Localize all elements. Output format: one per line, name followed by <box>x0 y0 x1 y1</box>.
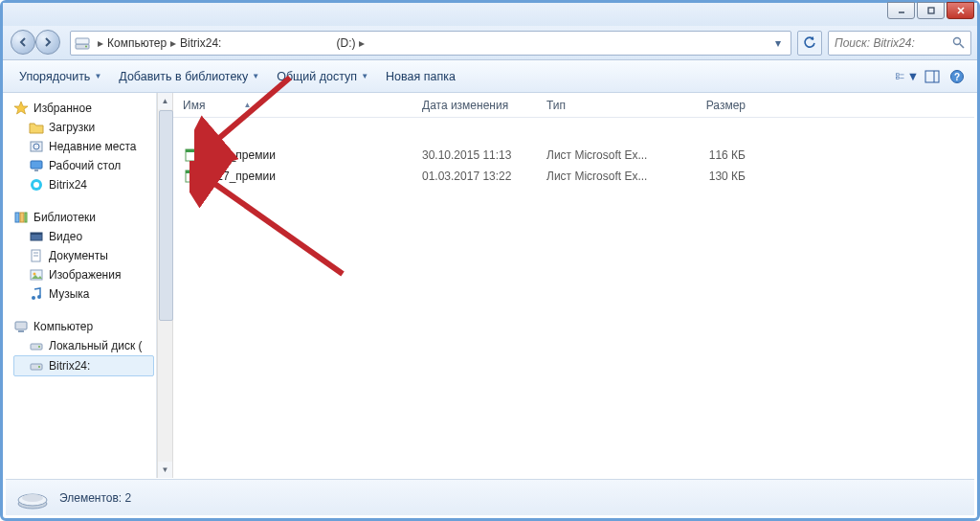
favorites-header[interactable]: Избранное <box>13 99 154 118</box>
chevron-right-icon: ▸ <box>359 36 365 50</box>
include-library-button[interactable]: Добавить в библиотеку ▼ <box>110 65 268 88</box>
breadcrumb-segment[interactable]: (D:) <box>336 36 355 50</box>
computer-icon <box>13 319 29 334</box>
svg-point-33 <box>32 296 35 300</box>
sidebar-item-documents[interactable]: Документы <box>13 246 154 265</box>
file-date: 30.10.2015 11:13 <box>422 148 546 162</box>
drive-icon <box>75 35 90 51</box>
view-options-button[interactable]: ▼ <box>895 65 920 88</box>
nav-scrollbar[interactable]: ▲ ▼ <box>157 93 173 478</box>
sidebar-item-video[interactable]: Видео <box>13 227 154 246</box>
svg-rect-27 <box>31 233 42 235</box>
documents-icon <box>29 248 44 263</box>
column-type[interactable]: Тип <box>546 99 680 112</box>
sidebar-item-downloads[interactable]: Загрузки <box>13 118 154 137</box>
sidebar-item-desktop[interactable]: Рабочий стол <box>13 156 154 175</box>
svg-rect-5 <box>76 38 89 44</box>
breadcrumb-segment[interactable]: Компьютер <box>107 36 167 50</box>
sidebar-item-label: Bitrix24 <box>49 178 87 192</box>
sidebar-item-recent[interactable]: Недавние места <box>13 137 154 156</box>
svg-point-47 <box>22 494 43 502</box>
status-bar: Элементов: 2 <box>6 479 974 515</box>
nav-tree: Избранное Загрузки Недавние места Рабочи… <box>6 93 157 478</box>
file-type: Лист Microsoft Ex... <box>546 170 680 183</box>
chevron-down-icon: ▼ <box>252 72 259 80</box>
svg-rect-19 <box>31 161 42 169</box>
file-row[interactable]: 2015_премии 30.10.2015 11:13 Лист Micros… <box>183 145 974 166</box>
svg-rect-42 <box>186 149 195 152</box>
drive-icon <box>29 358 44 374</box>
scroll-down-icon[interactable]: ▼ <box>158 462 172 478</box>
svg-rect-35 <box>15 322 27 329</box>
nav-row: ▸ Компьютер ▸ Bitrix24: (D:) ▸ ▾ <box>3 26 977 60</box>
svg-rect-36 <box>18 330 24 332</box>
excel-file-icon <box>183 169 198 184</box>
sidebar-item-bitrix-drive[interactable]: Bitrix24: <box>13 355 154 376</box>
svg-point-34 <box>37 295 41 299</box>
file-date: 01.03.2017 13:22 <box>422 170 546 183</box>
status-elements-label: Элементов: <box>59 491 122 505</box>
back-button[interactable] <box>11 30 35 55</box>
forward-button[interactable] <box>35 30 60 55</box>
column-name[interactable]: Имя <box>183 99 205 112</box>
pictures-icon <box>29 267 44 283</box>
search-input[interactable] <box>835 36 952 50</box>
music-icon <box>29 286 44 302</box>
svg-rect-23 <box>15 213 19 222</box>
breadcrumb-segment[interactable]: Bitrix24: <box>180 36 221 50</box>
maximize-button[interactable] <box>917 2 945 19</box>
main-area: Избранное Загрузки Недавние места Рабочи… <box>6 93 974 478</box>
svg-rect-9 <box>897 73 900 75</box>
libraries-header[interactable]: Библиотеки <box>13 208 154 227</box>
file-row[interactable]: 2017_премии 01.03.2017 13:22 Лист Micros… <box>183 166 974 187</box>
close-button[interactable] <box>947 2 974 19</box>
svg-rect-13 <box>925 71 939 82</box>
column-header-row: Имя ▲ Дата изменения Тип Размер <box>173 93 974 118</box>
libraries-icon <box>13 210 29 225</box>
folder-icon <box>29 120 44 135</box>
sidebar-item-label: Bitrix24: <box>49 359 90 373</box>
share-button[interactable]: Общий доступ ▼ <box>268 65 377 88</box>
sidebar-item-label: Локальный диск ( <box>49 339 143 352</box>
sidebar-item-label: Изображения <box>49 268 121 282</box>
sidebar-item-label: Видео <box>49 230 82 243</box>
column-date[interactable]: Дата изменения <box>422 99 546 112</box>
chevron-right-icon: ▸ <box>98 36 103 50</box>
search-icon <box>952 36 965 49</box>
share-label: Общий доступ <box>277 70 357 83</box>
sidebar-item-pictures[interactable]: Изображения <box>13 265 154 284</box>
search-box[interactable] <box>828 31 971 56</box>
refresh-button[interactable] <box>797 31 822 56</box>
sidebar-item-local-disk[interactable]: Локальный диск ( <box>13 336 154 355</box>
sidebar-item-music[interactable]: Музыка <box>13 284 154 304</box>
svg-rect-1 <box>928 8 934 13</box>
chevron-down-icon: ▼ <box>94 72 101 80</box>
minimize-button[interactable] <box>887 2 915 19</box>
column-size[interactable]: Размер <box>680 99 757 112</box>
address-bar[interactable]: ▸ Компьютер ▸ Bitrix24: (D:) ▸ ▾ <box>70 31 791 56</box>
preview-pane-button[interactable] <box>920 65 945 88</box>
file-type: Лист Microsoft Ex... <box>546 148 680 162</box>
new-folder-button[interactable]: Новая папка <box>377 65 464 88</box>
bitrix-icon <box>29 177 44 193</box>
computer-header[interactable]: Компьютер <box>13 317 154 336</box>
svg-rect-24 <box>20 213 24 222</box>
svg-point-6 <box>85 45 87 47</box>
file-name: 2015_премии <box>204 148 276 162</box>
svg-rect-39 <box>31 364 42 370</box>
status-elements-count: 2 <box>125 491 132 505</box>
svg-rect-20 <box>34 170 38 171</box>
address-dropdown[interactable]: ▾ <box>769 36 787 50</box>
video-icon <box>29 229 44 244</box>
sidebar-item-label: Документы <box>49 249 108 262</box>
svg-point-7 <box>954 38 961 45</box>
sidebar-item-label: Загрузки <box>49 121 95 134</box>
computer-label: Компьютер <box>33 320 93 333</box>
help-button[interactable]: ? <box>945 65 969 88</box>
scroll-thumb[interactable] <box>159 110 173 321</box>
scroll-up-icon[interactable]: ▲ <box>158 93 172 109</box>
sidebar-item-bitrix24[interactable]: Bitrix24 <box>13 175 154 194</box>
organize-button[interactable]: Упорядочить ▼ <box>11 65 110 88</box>
libraries-label: Библиотеки <box>33 211 96 224</box>
sidebar-item-label: Музыка <box>49 287 89 301</box>
